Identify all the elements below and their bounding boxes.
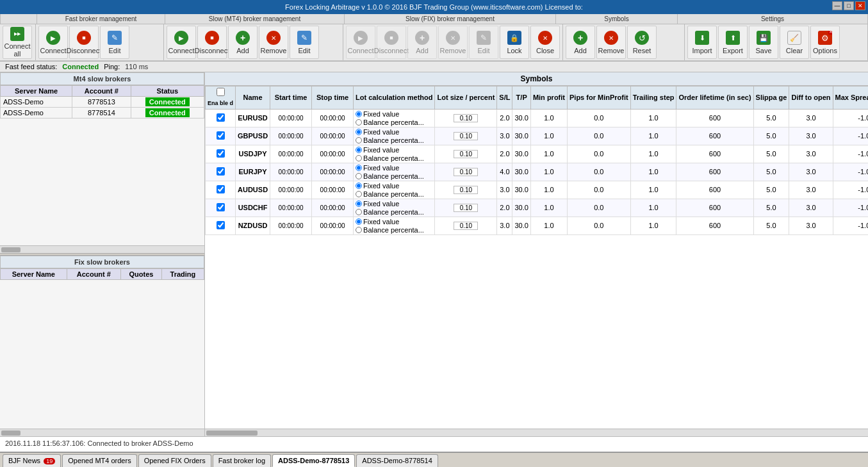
symbol-enabled[interactable] bbox=[206, 217, 236, 234]
minimize-button[interactable]: — bbox=[832, 1, 842, 10]
symbols-table-container[interactable]: Ena ble d Name Start time Stop time Lot … bbox=[205, 86, 868, 429]
symbol-row[interactable]: NZDUSD Fixed value Balance percenta... 3… bbox=[206, 217, 869, 234]
symbol-stop-time[interactable] bbox=[312, 109, 354, 127]
symbol-enabled[interactable] bbox=[206, 127, 236, 145]
symbol-checkbox[interactable] bbox=[217, 113, 225, 122]
mt4-scroll-thumb[interactable] bbox=[1, 247, 20, 252]
export-button[interactable]: Export bbox=[718, 26, 748, 59]
start-time-input[interactable] bbox=[272, 186, 309, 193]
symbol-enabled[interactable] bbox=[206, 181, 236, 199]
start-time-input[interactable] bbox=[272, 115, 309, 122]
import-button[interactable]: Import bbox=[687, 26, 717, 59]
fast-connect-button[interactable]: Connect bbox=[38, 26, 68, 59]
symbol-stop-time[interactable] bbox=[312, 163, 354, 181]
bottom-tab[interactable]: Opened FIX Orders bbox=[138, 454, 211, 467]
stop-time-input[interactable] bbox=[314, 222, 351, 229]
mt4-scrollbar[interactable] bbox=[0, 245, 204, 253]
symbol-start-time[interactable] bbox=[270, 127, 312, 145]
symbol-enabled[interactable] bbox=[206, 109, 236, 127]
symbol-row[interactable]: EURUSD Fixed value Balance percenta... 2… bbox=[206, 109, 869, 127]
symbol-enabled[interactable] bbox=[206, 145, 236, 163]
stop-time-input[interactable] bbox=[314, 168, 351, 176]
start-time-input[interactable] bbox=[272, 204, 309, 211]
symbol-start-time[interactable] bbox=[270, 145, 312, 163]
symbol-lot-size[interactable] bbox=[435, 199, 497, 217]
start-time-input[interactable] bbox=[272, 133, 309, 140]
symbol-checkbox[interactable] bbox=[217, 203, 225, 211]
stop-time-input[interactable] bbox=[314, 115, 351, 122]
symbol-checkbox[interactable] bbox=[217, 221, 225, 229]
symbol-stop-time[interactable] bbox=[312, 127, 354, 145]
symbol-lot-size[interactable] bbox=[435, 127, 497, 145]
fix-disconnect-button[interactable]: Disconnect bbox=[377, 26, 406, 59]
balance-percent-radio[interactable] bbox=[356, 209, 362, 215]
symbol-stop-time[interactable] bbox=[312, 217, 354, 234]
balance-percent-radio[interactable] bbox=[356, 173, 362, 179]
fix-remove-button[interactable]: Remove bbox=[438, 26, 468, 59]
stop-time-input[interactable] bbox=[314, 204, 351, 211]
stop-time-input[interactable] bbox=[314, 133, 351, 140]
clear-button[interactable]: Clear bbox=[780, 26, 809, 59]
bottom-tab[interactable]: BJF News 19 bbox=[3, 454, 61, 467]
fix-scroll-thumb[interactable] bbox=[1, 430, 20, 436]
symbol-lot-size[interactable] bbox=[435, 163, 497, 181]
bottom-tab[interactable]: ADSS-Demo-8778514 bbox=[356, 454, 438, 467]
balance-percent-radio[interactable] bbox=[356, 137, 362, 143]
mt4-table-row[interactable]: ADSS-Demo 8778513 Connected bbox=[1, 97, 204, 108]
symbols-scrollbar[interactable] bbox=[205, 429, 868, 436]
symbol-start-time[interactable] bbox=[270, 217, 312, 234]
fix-connect-button[interactable]: Connect bbox=[346, 26, 375, 59]
symbol-start-time[interactable] bbox=[270, 109, 312, 127]
lot-size-input[interactable] bbox=[454, 150, 478, 158]
symbol-enabled[interactable] bbox=[206, 199, 236, 217]
balance-percent-radio[interactable] bbox=[356, 227, 362, 233]
symbols-reset-button[interactable]: Reset bbox=[627, 26, 657, 59]
symbol-row[interactable]: GBPUSD Fixed value Balance percenta... 3… bbox=[206, 127, 869, 145]
save-button[interactable]: Save bbox=[749, 26, 778, 59]
lot-size-input[interactable] bbox=[454, 186, 478, 194]
mt4-table-row[interactable]: ADSS-Demo 8778514 Connected bbox=[1, 108, 204, 119]
mt4-add-button[interactable]: Add bbox=[228, 26, 258, 59]
symbol-start-time[interactable] bbox=[270, 181, 312, 199]
balance-percent-radio[interactable] bbox=[356, 155, 362, 161]
start-time-input[interactable] bbox=[272, 168, 309, 176]
mt4-disconnect-button[interactable]: Disconnect bbox=[197, 26, 227, 59]
fixed-value-radio[interactable] bbox=[356, 165, 362, 171]
stop-time-input[interactable] bbox=[314, 151, 351, 158]
symbol-start-time[interactable] bbox=[270, 199, 312, 217]
maximize-button[interactable]: □ bbox=[844, 1, 854, 10]
symbol-enabled[interactable] bbox=[206, 163, 236, 181]
balance-percent-radio[interactable] bbox=[356, 191, 362, 197]
symbols-add-button[interactable]: Add bbox=[566, 26, 595, 59]
lot-size-input[interactable] bbox=[454, 132, 478, 140]
symbol-checkbox[interactable] bbox=[217, 131, 225, 140]
connect-all-button[interactable]: Connect all bbox=[3, 26, 32, 59]
symbols-remove-button[interactable]: Remove bbox=[596, 26, 626, 59]
symbol-checkbox[interactable] bbox=[217, 149, 225, 158]
close-window-button[interactable]: ✕ bbox=[855, 1, 865, 10]
bottom-tab[interactable]: Opened MT4 orders bbox=[62, 454, 136, 467]
symbol-lot-size[interactable] bbox=[435, 145, 497, 163]
select-all-checkbox[interactable] bbox=[217, 88, 225, 96]
symbol-checkbox[interactable] bbox=[217, 185, 225, 193]
fixed-value-radio[interactable] bbox=[356, 201, 362, 207]
fix-add-button[interactable]: Add bbox=[407, 26, 437, 59]
fixed-value-radio[interactable] bbox=[356, 218, 362, 225]
symbol-stop-time[interactable] bbox=[312, 181, 354, 199]
stop-time-input[interactable] bbox=[314, 186, 351, 193]
fix-close-button[interactable]: Close bbox=[530, 26, 560, 59]
fixed-value-radio[interactable] bbox=[356, 147, 362, 153]
fix-edit-button[interactable]: Edit bbox=[469, 26, 498, 59]
mt4-remove-button[interactable]: Remove bbox=[259, 26, 288, 59]
symbol-stop-time[interactable] bbox=[312, 145, 354, 163]
balance-percent-radio[interactable] bbox=[356, 119, 362, 126]
fixed-value-radio[interactable] bbox=[356, 111, 362, 117]
bottom-tab[interactable]: Fast broker log bbox=[213, 454, 271, 467]
mt4-edit-button[interactable]: Edit bbox=[290, 26, 319, 59]
symbol-start-time[interactable] bbox=[270, 163, 312, 181]
symbol-row[interactable]: AUDUSD Fixed value Balance percenta... 3… bbox=[206, 181, 869, 199]
symbol-row[interactable]: EURJPY Fixed value Balance percenta... 4… bbox=[206, 163, 869, 181]
fixed-value-radio[interactable] bbox=[356, 183, 362, 189]
start-time-input[interactable] bbox=[272, 151, 309, 158]
symbol-checkbox[interactable] bbox=[217, 167, 225, 176]
